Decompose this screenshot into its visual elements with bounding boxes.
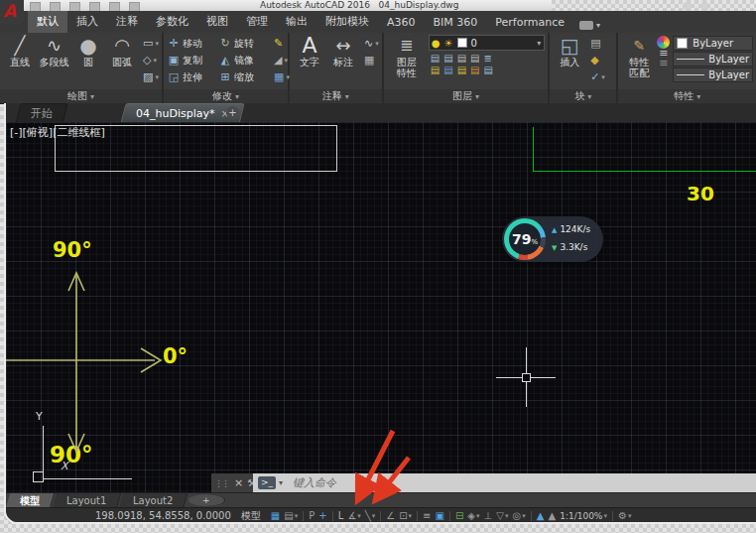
linetype-select[interactable]: ByLayer <box>673 67 753 82</box>
status-annotation-scale[interactable]: 1:1/100%▾ <box>558 509 609 522</box>
chevron-down-icon[interactable]: ▾ <box>155 40 159 48</box>
stretch-tool[interactable]: ◲ 拉伸 <box>167 70 218 84</box>
drawing-canvas[interactable]: [-][俯视][二维线框] 30 90° 0° 90° Y X <box>6 122 756 492</box>
status-dynamic-ucs[interactable]: ⊥ <box>482 509 495 522</box>
ribbon-tab-注释[interactable]: 注释 <box>107 11 147 33</box>
status-object-snap[interactable]: ⊡▾ <box>397 509 414 522</box>
command-prompt-icon[interactable]: >_ <box>258 476 276 489</box>
chevron-down-icon[interactable]: ▾ <box>537 39 541 48</box>
panel-footer-draw[interactable]: 绘图▾ <box>0 89 162 103</box>
ribbon-tab-插入[interactable]: 插入 <box>67 11 107 33</box>
lineweight-list-icon[interactable]: ≡ <box>659 59 668 68</box>
erase-tool[interactable]: ✎ <box>274 35 290 52</box>
layer-tool-icon[interactable]: ▤ <box>457 53 466 64</box>
save-icon[interactable] <box>69 2 80 11</box>
status-snap-mode[interactable]: ▤▾ <box>282 509 300 522</box>
status-grid-display[interactable]: ▦ <box>269 509 282 522</box>
rectangle-tool[interactable]: ▭ ▾ <box>143 35 159 52</box>
print-icon[interactable] <box>89 2 100 11</box>
match-properties-button[interactable]: ✎ 特性 匹配 <box>624 35 654 89</box>
line-tool[interactable]: ╱ 直线 <box>6 35 34 89</box>
layer-tool-icon[interactable]: ▤ <box>470 65 479 75</box>
layer-tool-icon[interactable]: ▤ <box>443 65 452 75</box>
ribbon-tab-默认[interactable]: 默认 <box>28 11 67 33</box>
circle-tool[interactable]: ● 圆 <box>74 35 102 89</box>
layer-tool-icon[interactable]: ▤ <box>443 53 452 64</box>
chevron-down-icon[interactable]: ▾ <box>155 73 159 81</box>
panel-footer-modify[interactable]: 修改▾ <box>164 89 288 103</box>
polyline-tool[interactable]: ∿ 多段线 <box>40 35 68 89</box>
status-gizmo[interactable]: ◎▾ <box>511 509 528 522</box>
status-3d-object-snap[interactable]: ◈▾ <box>465 509 481 522</box>
panel-footer-layers[interactable]: 图层▾ <box>384 89 548 103</box>
mirror-tool[interactable]: ◭ 镜像 <box>218 54 270 67</box>
ellipse-tool[interactable]: ◇ ▾ <box>143 52 159 68</box>
layer-tool-icon[interactable]: ▤ <box>457 65 466 75</box>
status-ortho-mode[interactable]: L <box>336 509 346 522</box>
chevron-down-icon[interactable]: ▾ <box>279 478 283 487</box>
app-menu-button[interactable]: A <box>0 0 24 24</box>
new-layout-button[interactable]: + <box>189 494 225 506</box>
ribbon-tab-输出[interactable]: 输出 <box>277 11 316 33</box>
status-osnap-tracking[interactable]: ∠ <box>384 509 397 522</box>
net-speed-monitor-widget[interactable]: 79% ▲124K/s ▼3.3K/s <box>502 216 603 262</box>
status-dynamic-input[interactable]: + <box>316 509 328 522</box>
status-annotation-visibility[interactable]: ▲ <box>535 509 547 522</box>
layout-tab-模型[interactable]: 模型 <box>6 493 55 508</box>
status-transparency[interactable]: ▣ <box>434 509 446 522</box>
ribbon-tab-参数化[interactable]: 参数化 <box>147 11 197 33</box>
copy-tool[interactable]: ▣ 复制 <box>167 54 218 67</box>
layout-tab-Layout2[interactable]: Layout2 <box>119 493 189 508</box>
close-icon[interactable]: × <box>234 476 243 489</box>
layer-properties-button[interactable]: ≣ 图层 特性 <box>390 35 424 89</box>
edit-block-tool[interactable]: ◆ <box>590 52 605 68</box>
status-annotation-autoscale[interactable]: ▲ <box>546 509 558 522</box>
chevron-down-icon[interactable]: ▾ <box>284 57 288 65</box>
array-tool[interactable]: ▦ ▾ <box>274 68 290 85</box>
status-customization[interactable]: ⚙▾ <box>616 509 633 522</box>
ribbon-tab-附加模块[interactable]: 附加模块 <box>316 11 378 33</box>
status-selection-filter[interactable]: ▽▾ <box>494 509 510 522</box>
new-tab-button[interactable]: + <box>226 106 239 119</box>
layer-tool-icon[interactable]: ▤ <box>431 53 440 64</box>
model-space-button[interactable]: 模型 <box>241 509 261 523</box>
ribbon-tab-视图[interactable]: 视图 <box>197 11 237 33</box>
layer-tool-icon[interactable]: ▤ <box>431 65 440 75</box>
object-color-select[interactable]: ByLayer <box>673 36 753 51</box>
chevron-down-icon[interactable]: ▾ <box>375 40 379 48</box>
new-file-icon[interactable] <box>30 2 41 11</box>
table-tool[interactable]: ▦ <box>364 52 379 68</box>
layer-select[interactable]: ● ☀ 0 ▾ <box>429 35 545 51</box>
move-tool[interactable]: ✛ 移动 <box>167 37 218 51</box>
lineweight-select[interactable]: ByLayer <box>673 52 753 67</box>
quick-access-toolbar[interactable] <box>30 1 144 11</box>
drag-handle-icon[interactable]: ⋮⋮ <box>214 478 228 488</box>
layer-tool-icon[interactable]: ≣ <box>484 53 492 64</box>
status-polar-tracking[interactable]: ∡▾ <box>345 509 362 522</box>
ribbon-tab-BIM 360[interactable]: BIM 360 <box>425 13 487 33</box>
panel-footer-properties[interactable]: 特性▾ <box>618 89 756 103</box>
ribbon-tab-Performance[interactable]: Performance <box>486 13 573 33</box>
command-input[interactable]: >_ ▾ 键入命令 <box>253 473 756 492</box>
arc-tool[interactable]: ◠ 圆弧 <box>108 35 136 89</box>
status-isometric-drafting[interactable]: ╲▾ <box>363 509 378 522</box>
status-lineweight[interactable]: ≡ <box>421 509 433 522</box>
block-attributes-tool[interactable]: ✓ ▾ <box>590 68 605 85</box>
ribbon-tab-管理[interactable]: 管理 <box>237 11 277 33</box>
panel-footer-annotate[interactable]: 注释▾ <box>290 89 382 103</box>
chevron-down-icon[interactable]: ▾ <box>601 73 605 81</box>
leader-tool[interactable]: ∿ ▾ <box>364 35 379 52</box>
insert-block-button[interactable]: ◱ 插入 <box>556 35 583 89</box>
redo-icon[interactable] <box>129 2 140 11</box>
fillet-tool[interactable]: ◢ ▾ <box>274 52 290 68</box>
open-file-icon[interactable] <box>50 2 61 11</box>
create-block-tool[interactable]: ▤ <box>590 35 605 52</box>
performance-recorder-button[interactable]: ▾ <box>579 21 600 30</box>
status-infer-constraints[interactable]: P <box>307 509 316 522</box>
chevron-down-icon[interactable]: ▾ <box>154 57 158 65</box>
file-tab-start[interactable]: 开始 <box>15 103 67 124</box>
rotate-tool[interactable]: ↻ 旋转 <box>218 37 270 51</box>
status-selection-cycling[interactable]: ⊟ <box>453 509 465 522</box>
text-tool[interactable]: A 文字 <box>296 35 323 89</box>
layer-tool-icon[interactable]: ▤ <box>484 65 493 75</box>
